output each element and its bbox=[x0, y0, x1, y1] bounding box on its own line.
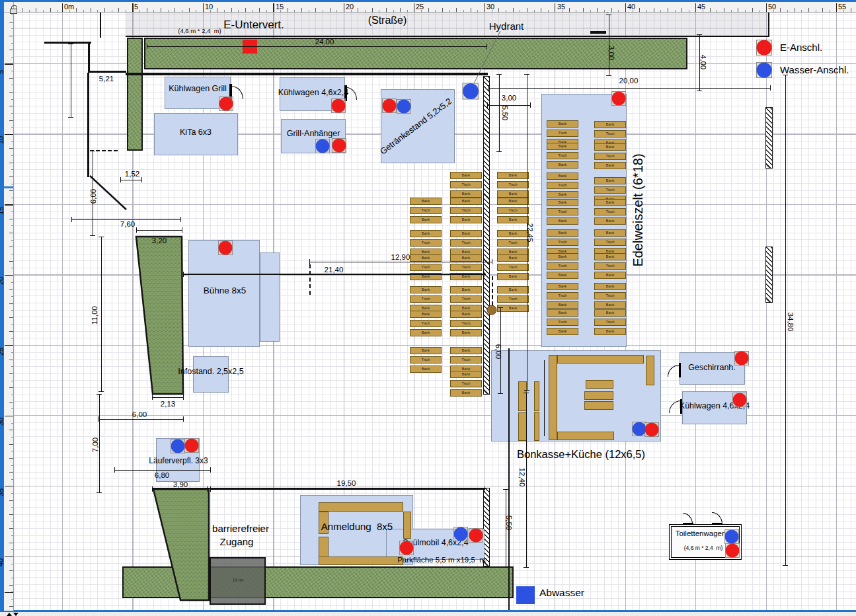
marker-e-kuehlwagen-grill[interactable] bbox=[219, 97, 233, 111]
table-group-bar[interactable]: Bank bbox=[497, 305, 529, 312]
abwasser-marker[interactable] bbox=[516, 586, 535, 604]
table-group-bar[interactable]: Bank bbox=[410, 216, 442, 223]
table-group-bar[interactable]: Bank bbox=[594, 301, 626, 309]
table-group-bar[interactable]: Bank bbox=[547, 199, 578, 206]
table-group-bar[interactable]: Bank bbox=[450, 311, 482, 318]
table-group-bar[interactable]: Bank bbox=[547, 301, 578, 309]
green-strip-top[interactable] bbox=[144, 38, 687, 69]
table-group-bar[interactable]: Bank bbox=[450, 389, 482, 397]
table-group-bar[interactable]: Bank bbox=[497, 286, 529, 293]
table-group-bar[interactable]: Bank bbox=[594, 309, 626, 317]
table-group-bar[interactable]: Bank bbox=[450, 190, 482, 198]
table-group-bar[interactable]: Bank bbox=[450, 371, 482, 378]
scroll-down-icon[interactable] bbox=[13, 613, 19, 616]
marker-w-spuelmobil[interactable] bbox=[454, 527, 468, 541]
marker-e-edelweiszelt[interactable] bbox=[612, 92, 626, 106]
marker-e-spuelmobil[interactable] bbox=[469, 529, 483, 543]
marker-w-grill-anhaenger[interactable] bbox=[316, 139, 330, 153]
green-strip-bottom[interactable] bbox=[122, 566, 514, 598]
table-group-bar[interactable]: Tisch bbox=[497, 207, 529, 214]
table-group-bar[interactable]: Bank bbox=[497, 254, 529, 262]
table-group-bar[interactable]: Bank bbox=[594, 229, 626, 237]
table-group-bar[interactable]: Bank bbox=[497, 190, 529, 198]
marker-e-kuehlwagen-right[interactable] bbox=[733, 393, 747, 407]
table-group-bar[interactable]: Tisch bbox=[450, 239, 482, 247]
table-group-bar[interactable]: Tisch bbox=[450, 181, 482, 188]
marker-w-hydrant[interactable] bbox=[463, 83, 479, 99]
table-group-bar[interactable]: Bank bbox=[410, 347, 442, 354]
table-group-bar[interactable]: Bank bbox=[547, 283, 578, 290]
table-group-bar[interactable]: Tisch bbox=[410, 320, 442, 327]
marker-w-bonkasse[interactable] bbox=[633, 422, 646, 436]
table-group-bar[interactable]: Bank bbox=[594, 217, 626, 225]
table-group-bar[interactable]: Tisch bbox=[547, 182, 578, 189]
counter-bar[interactable] bbox=[319, 557, 403, 565]
table-group-bar[interactable]: Bank bbox=[450, 286, 482, 293]
marker-e-grill-anhaenger[interactable] bbox=[332, 139, 346, 153]
counter-bar[interactable] bbox=[557, 355, 644, 364]
counter-bar[interactable] bbox=[534, 412, 539, 441]
green-strip-left[interactable] bbox=[127, 38, 143, 151]
counter-bar[interactable] bbox=[403, 512, 411, 539]
table-group-bar[interactable]: Tisch bbox=[450, 356, 482, 364]
table-group-bar[interactable]: Bank bbox=[450, 216, 482, 223]
table-group-bar[interactable]: Bank bbox=[450, 254, 482, 262]
table-group-bar[interactable]: Tisch bbox=[547, 130, 578, 137]
table-group-bar[interactable]: Bank bbox=[547, 217, 578, 225]
table-group-bar[interactable]: Bank bbox=[497, 273, 529, 280]
table-group-bar[interactable]: Tisch bbox=[547, 292, 578, 299]
table-group-bar[interactable]: Bank bbox=[410, 254, 442, 262]
table-group-bar[interactable]: Tisch bbox=[410, 356, 442, 364]
table-group-bar[interactable]: Bank bbox=[594, 253, 626, 260]
table-group-bar[interactable]: Bank bbox=[594, 177, 626, 184]
table-group-bar[interactable]: Bank bbox=[450, 230, 482, 237]
counter-bar[interactable] bbox=[534, 381, 539, 411]
marker-e-anmeldung[interactable] bbox=[400, 541, 414, 555]
table-group-bar[interactable]: Bank bbox=[450, 198, 482, 205]
table-group-bar[interactable]: Tisch bbox=[547, 152, 578, 159]
table-group-bar[interactable]: Bank bbox=[594, 328, 626, 335]
table-group-bar[interactable]: Tisch bbox=[594, 239, 626, 246]
horizontal-scrollbar[interactable] bbox=[0, 612, 856, 616]
marker-w-getraenkestand[interactable] bbox=[397, 100, 411, 114]
table-group-bar[interactable]: Tisch bbox=[450, 380, 482, 387]
table-group-bar[interactable]: Tisch bbox=[547, 208, 578, 215]
marker-e-toilettenwagen[interactable] bbox=[726, 544, 740, 558]
table-group-bar[interactable]: Tisch bbox=[450, 295, 482, 303]
table-group-bar[interactable]: Bank bbox=[547, 272, 578, 279]
table-group-bar[interactable]: Tisch bbox=[497, 295, 529, 303]
table-group-bar[interactable]: Tisch bbox=[547, 262, 578, 270]
table-group-bar[interactable]: Tisch bbox=[450, 320, 482, 327]
table-group-bar[interactable]: Tisch bbox=[547, 319, 578, 326]
counter-bar[interactable] bbox=[586, 380, 613, 389]
table-group-bar[interactable]: Bank bbox=[410, 329, 442, 336]
table-group-bar[interactable]: Tisch bbox=[594, 319, 626, 326]
marker-e-getraenkestand[interactable] bbox=[383, 99, 397, 113]
marker-e-kuehlwagen-top[interactable] bbox=[332, 99, 346, 113]
table-group-bar[interactable]: Bank bbox=[410, 230, 442, 237]
table-group-bar[interactable]: Bank bbox=[594, 283, 626, 290]
table-group-bar[interactable]: Tisch bbox=[594, 262, 626, 270]
table-group-bar[interactable]: Tisch bbox=[450, 264, 482, 271]
table-group-bar[interactable]: Bank bbox=[410, 311, 442, 318]
marker-e-geschirranhaenger[interactable] bbox=[735, 352, 749, 366]
table-group-bar[interactable]: Tisch bbox=[410, 295, 442, 303]
table-group-bar[interactable]: Bank bbox=[497, 230, 529, 237]
counter-bar[interactable] bbox=[557, 432, 614, 440]
table-group-bar[interactable]: Bank bbox=[594, 272, 626, 279]
table-group-bar[interactable]: Tisch bbox=[410, 239, 442, 247]
table-group-bar[interactable]: Bank bbox=[594, 121, 626, 128]
scroll-up-icon[interactable] bbox=[7, 613, 12, 616]
marker-w-laeuferverpflegung[interactable] bbox=[171, 440, 185, 453]
table-group-bar[interactable]: Bank bbox=[547, 328, 578, 335]
table-group-bar[interactable]: Bank bbox=[594, 143, 626, 151]
table-group-bar[interactable]: Tisch bbox=[497, 239, 529, 247]
table-group-bar[interactable]: Bank bbox=[547, 253, 578, 260]
marker-e-buehne[interactable] bbox=[219, 241, 233, 255]
table-group-bar[interactable]: Bank bbox=[547, 173, 578, 180]
table-group-bar[interactable]: Tisch bbox=[594, 292, 626, 299]
table-group-bar[interactable]: Bank bbox=[450, 347, 482, 354]
table-group-bar[interactable]: Bank bbox=[547, 143, 578, 150]
table-group-bar[interactable]: Bank bbox=[497, 172, 529, 179]
counter-bar[interactable] bbox=[549, 355, 557, 440]
